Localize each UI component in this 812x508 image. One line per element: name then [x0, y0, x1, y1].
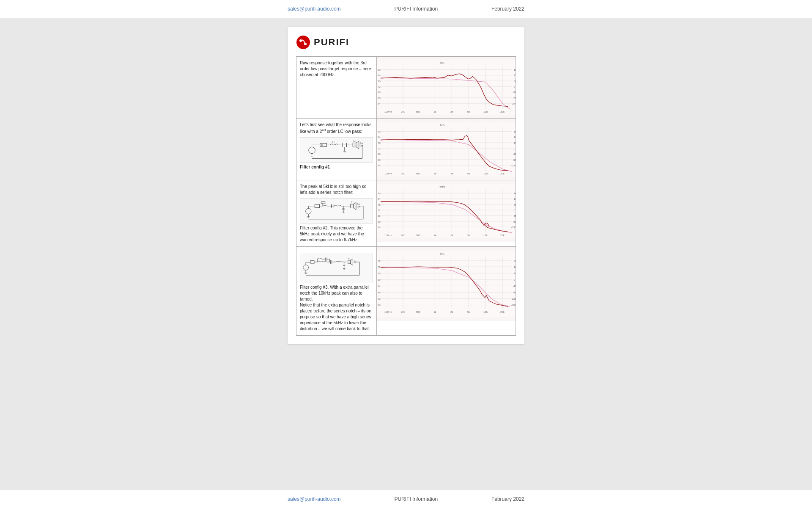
section-row-3: The peak at 5kHz is still too high so le…: [296, 180, 516, 246]
svg-text:-90: -90: [513, 158, 516, 161]
svg-text:500: 500: [416, 234, 420, 237]
purifi-logo-icon: [296, 35, 310, 50]
svg-text:78: 78: [378, 80, 381, 83]
svg-text:100: 100: [514, 192, 516, 195]
svg-marker-62: [356, 141, 359, 149]
svg-text:-90: -90: [513, 291, 516, 294]
svg-text:-45: -45: [513, 284, 516, 287]
svg-text:60: 60: [378, 158, 381, 161]
header-email-link[interactable]: sales@purifi-audio.com: [288, 6, 341, 12]
filter-label-2: Filter config #2. This removed the 5kHz …: [300, 225, 373, 243]
svg-text:200: 200: [401, 110, 406, 113]
svg-text:72: 72: [378, 85, 381, 88]
svg-text:100Hz: 100Hz: [384, 234, 392, 237]
svg-text:200: 200: [401, 172, 406, 175]
svg-text:84: 84: [378, 74, 381, 77]
svg-text:108: 108: [514, 68, 516, 71]
circuit-diagram-1: ~ R L1: [300, 137, 373, 163]
svg-rect-61: [353, 143, 356, 147]
svg-text:Gm: Gm: [360, 145, 363, 147]
svg-text:20k: 20k: [500, 110, 505, 113]
filter-label-1: Filter config #1: [300, 164, 373, 170]
chart-svg-4: 200 100 45 0 -45 -90 -135 -180 78 72 66 …: [377, 247, 516, 321]
svg-text:10k: 10k: [483, 234, 488, 237]
svg-text:78: 78: [378, 141, 381, 144]
svg-rect-215: [377, 251, 516, 317]
footer-email-link[interactable]: sales@purifi-audio.com: [288, 496, 341, 502]
svg-point-181: [303, 265, 309, 271]
svg-text:72: 72: [514, 74, 516, 77]
footer-bar: sales@purifi-audio.com PURIFI Informatio…: [0, 490, 812, 508]
svg-text:0: 0: [514, 278, 516, 281]
svg-marker-134: [353, 202, 356, 210]
chart-svg-3: 100 136 45 0 -45 -90 -135 90 84 78 72 66…: [377, 180, 516, 242]
svg-rect-133: [351, 204, 354, 208]
svg-text:84: 84: [378, 135, 381, 138]
section-chart-2: 100 136 45 0 -45 -90 -135 90 84 78 72 66…: [377, 119, 516, 180]
svg-text:36: 36: [514, 80, 516, 83]
logo-text: PURIFI: [314, 37, 349, 48]
section-text-4: ~: [296, 247, 377, 335]
svg-text:66: 66: [378, 91, 381, 94]
svg-text:54: 54: [378, 284, 381, 287]
section-row-1: Raw response together with the 3rd order…: [296, 56, 516, 118]
svg-text:60: 60: [378, 97, 381, 99]
svg-rect-188: [310, 261, 314, 263]
svg-text:~: ~: [304, 267, 306, 269]
svg-rect-119: [321, 202, 325, 204]
svg-text:5k: 5k: [467, 310, 470, 313]
svg-text:45: 45: [514, 203, 516, 206]
svg-text:45: 45: [514, 141, 516, 144]
svg-marker-208: [351, 259, 353, 265]
svg-text:0: 0: [514, 209, 516, 212]
svg-rect-3: [377, 60, 516, 115]
svg-text:~: ~: [307, 210, 309, 213]
svg-rect-116: [315, 204, 319, 208]
svg-text:100Hz: 100Hz: [384, 172, 392, 175]
svg-text:-72: -72: [513, 97, 516, 99]
svg-text:500: 500: [416, 310, 420, 313]
svg-text:-144: -144: [511, 102, 516, 105]
svg-text:1k: 1k: [433, 172, 436, 175]
svg-text:~: ~: [311, 149, 313, 152]
svg-text:-36: -36: [513, 91, 516, 94]
svg-text:-135: -135: [511, 226, 516, 229]
circuit-svg-1: ~ R L1: [306, 138, 367, 162]
svg-text:42: 42: [378, 297, 381, 300]
svg-text:60: 60: [378, 220, 381, 223]
page-wrapper: sales@purifi-audio.com PURIFI Informatio…: [0, 0, 812, 508]
svg-text:500: 500: [416, 172, 420, 175]
svg-text:5k: 5k: [467, 172, 470, 175]
svg-text:72: 72: [378, 209, 381, 212]
chart-svg-2: 100 136 45 0 -45 -90 -135 90 84 78 72 66…: [377, 119, 516, 180]
svg-text:1k: 1k: [433, 310, 436, 313]
svg-text:-45: -45: [513, 152, 516, 155]
svg-text:45: 45: [514, 272, 516, 275]
section-text-2: Let's first see what the response looks …: [296, 119, 377, 180]
section-chart-1: 108 72 36 0 -36 -72 -144 90 84 78 72 66 …: [377, 57, 516, 118]
footer-inner: sales@purifi-audio.com PURIFI Informatio…: [288, 496, 524, 502]
svg-rect-207: [348, 260, 351, 264]
svg-text:10k: 10k: [483, 110, 488, 113]
header-title: PURIFI Information: [394, 6, 438, 12]
svg-text:SPL: SPL: [440, 123, 445, 126]
circuit-diagram-2: ~: [300, 198, 373, 224]
chart-svg-1: 108 72 36 0 -36 -72 -144 90 84 78 72 66 …: [377, 57, 516, 118]
svg-text:5k: 5k: [467, 234, 470, 237]
page-content: PURIFI Raw response together with the 3r…: [288, 27, 524, 344]
section-text-1: Raw response together with the 3rd order…: [296, 57, 377, 118]
filter-label-3: Filter config #3. With a extra parrallel…: [300, 284, 373, 332]
svg-text:D1: D1: [351, 202, 354, 204]
svg-text:200: 200: [401, 234, 406, 237]
svg-text:-45: -45: [513, 214, 516, 217]
svg-text:200: 200: [401, 310, 406, 313]
svg-text:90: 90: [378, 192, 381, 195]
svg-text:100: 100: [514, 130, 516, 133]
svg-rect-142: [377, 184, 516, 238]
svg-text:10k: 10k: [483, 310, 488, 313]
svg-text:72: 72: [378, 147, 381, 150]
svg-text:SPL: SPL: [440, 61, 445, 64]
circuit-svg-3: ~: [302, 255, 371, 280]
svg-text:4kHz: 4kHz: [439, 185, 445, 188]
section-chart-3: 100 136 45 0 -45 -90 -135 90 84 78 72 66…: [377, 180, 516, 242]
